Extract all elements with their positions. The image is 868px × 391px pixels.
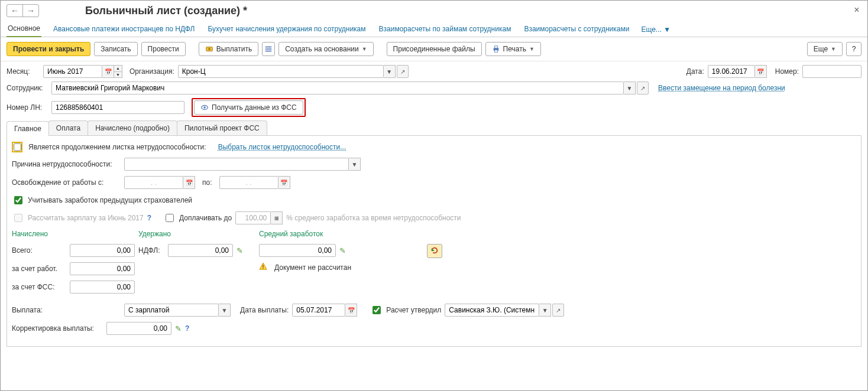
svg-rect-6 — [494, 46, 497, 48]
avg-heading: Средний заработок — [259, 230, 425, 238]
release-from-input[interactable] — [124, 176, 183, 189]
get-fss-data-button[interactable]: Получить данные из ФСС — [194, 100, 303, 115]
employer-input[interactable] — [70, 262, 135, 275]
fss-input[interactable] — [70, 281, 135, 294]
create-based-button[interactable]: Создать на основании ▼ — [278, 42, 373, 56]
reason-label: Причина нетрудоспособности: — [12, 160, 121, 168]
employer-label: за счет работ. — [12, 265, 66, 273]
tab-accrued-detail[interactable]: Начислено (подробно) — [88, 120, 177, 135]
toptab-settlements[interactable]: Взаиморасчеты с сотрудниками — [523, 22, 630, 37]
approved-label: Расчет утвердил — [386, 306, 441, 314]
close-button[interactable]: × — [851, 4, 863, 16]
warning-icon — [259, 262, 267, 272]
nav-back-button[interactable]: ← — [7, 4, 23, 17]
avg-input[interactable] — [259, 244, 336, 257]
pencil-icon[interactable]: ✎ — [175, 324, 182, 333]
approved-dropdown-button[interactable]: ▼ — [539, 304, 551, 317]
to-label: по: — [202, 178, 212, 187]
pay-up-stepper-button[interactable]: ▦ — [271, 211, 283, 224]
continuation-checkbox[interactable] — [14, 143, 21, 151]
reason-input[interactable] — [124, 158, 349, 171]
toptab-main[interactable]: Основное — [7, 22, 41, 37]
payout-date-calendar-button[interactable]: 📅 — [345, 304, 357, 317]
refresh-button[interactable] — [427, 244, 442, 258]
toptab-more[interactable]: Еще... ▼ — [641, 25, 671, 34]
payout-label: Выплата: — [12, 306, 121, 314]
refresh-icon — [430, 246, 439, 256]
nav-forward-button[interactable]: → — [22, 4, 39, 17]
continuation-label: Является продолжением листка нетрудоспос… — [28, 143, 206, 151]
release-to-calendar-button[interactable]: 📅 — [278, 176, 290, 189]
more-button[interactable]: Еще ▼ — [807, 42, 843, 56]
print-button[interactable]: Печать ▼ — [485, 42, 541, 56]
pencil-icon[interactable]: ✎ — [339, 246, 346, 255]
release-to-input[interactable] — [219, 176, 278, 189]
pay-button[interactable]: Выплатить — [199, 42, 259, 56]
fss-label: за счет ФСС: — [12, 283, 66, 291]
toptab-accounting[interactable]: Бухучет начисления удержания по сотрудни… — [206, 22, 367, 37]
approved-checkbox[interactable] — [373, 306, 381, 314]
substitution-link[interactable]: Ввести замещение на период болезни — [658, 84, 785, 92]
post-and-close-button[interactable]: Провести и закрыть — [7, 42, 90, 56]
payout-input[interactable] — [124, 304, 219, 317]
tab-pilot[interactable]: Пилотный проект ФСС — [177, 120, 267, 135]
payout-date-input[interactable] — [292, 304, 345, 317]
eye-icon — [200, 103, 209, 112]
money-icon — [205, 45, 213, 53]
approved-open-button[interactable]: ↗ — [552, 304, 564, 317]
month-calendar-button[interactable]: 📅 — [102, 65, 114, 78]
employee-input[interactable] — [51, 82, 624, 95]
calc-salary-label: Рассчитать зарплату за Июнь 2017 — [28, 214, 144, 222]
total-input[interactable] — [70, 244, 135, 257]
reason-dropdown-button[interactable]: ▼ — [349, 158, 361, 171]
month-input[interactable] — [43, 65, 102, 78]
svg-rect-7 — [494, 50, 497, 53]
pay-up-checkbox[interactable] — [166, 214, 174, 222]
date-input[interactable] — [708, 65, 755, 78]
date-label: Дата: — [686, 67, 704, 76]
help-button[interactable]: ? — [846, 42, 861, 56]
not-calculated-label: Документ не рассчитан — [274, 263, 351, 272]
help-icon[interactable]: ? — [147, 214, 151, 222]
toptab-advances[interactable]: Авансовые платежи иностранцев по НДФЛ — [52, 22, 196, 37]
release-from-calendar-button[interactable]: 📅 — [183, 176, 195, 189]
month-down-button[interactable]: ▼ — [114, 71, 122, 79]
org-open-button[interactable]: ↗ — [397, 65, 409, 78]
help-icon[interactable]: ? — [185, 324, 189, 333]
svg-rect-4 — [265, 51, 272, 52]
tab-payment[interactable]: Оплата — [48, 120, 88, 135]
ndfl-label: НДФЛ: — [138, 246, 164, 255]
correction-input[interactable] — [106, 322, 171, 335]
list-icon-button[interactable] — [262, 42, 275, 56]
number-input[interactable] — [802, 65, 861, 78]
total-label: Всего: — [12, 246, 66, 255]
post-button[interactable]: Провести — [141, 42, 186, 56]
employee-dropdown-button[interactable]: ▼ — [624, 82, 636, 95]
payout-dropdown-button[interactable]: ▼ — [219, 304, 231, 317]
approved-input[interactable] — [445, 304, 539, 317]
release-label: Освобождение от работы с: — [12, 178, 121, 187]
write-button[interactable]: Записать — [94, 42, 137, 56]
correction-label: Корректировка выплаты: — [12, 324, 103, 333]
toptab-loans[interactable]: Взаиморасчеты по займам сотрудникам — [378, 22, 513, 37]
employee-open-button[interactable]: ↗ — [637, 82, 649, 95]
date-calendar-button[interactable]: 📅 — [755, 65, 767, 78]
pencil-icon[interactable]: ✎ — [237, 246, 243, 255]
ln-input[interactable] — [51, 101, 184, 114]
ndfl-input[interactable] — [168, 244, 233, 257]
attached-files-button[interactable]: Присоединенные файлы — [387, 42, 482, 56]
month-label: Месяц: — [7, 67, 40, 76]
month-up-button[interactable]: ▲ — [114, 65, 122, 71]
print-icon — [492, 45, 500, 53]
ln-label: Номер ЛН: — [7, 103, 48, 112]
pay-up-input[interactable] — [235, 211, 271, 224]
calc-salary-checkbox — [14, 214, 22, 222]
org-input[interactable] — [178, 65, 384, 78]
prev-employers-checkbox[interactable] — [14, 196, 22, 204]
org-dropdown-button[interactable]: ▼ — [384, 65, 396, 78]
accrued-heading: Начислено — [12, 230, 136, 238]
choose-sheet-link[interactable]: Выбрать листок нетрудоспособности... — [218, 143, 346, 151]
list-icon — [264, 45, 273, 53]
tab-main[interactable]: Главное — [7, 121, 49, 136]
prev-employers-label: Учитывать заработок предыдущих страховат… — [28, 196, 192, 204]
